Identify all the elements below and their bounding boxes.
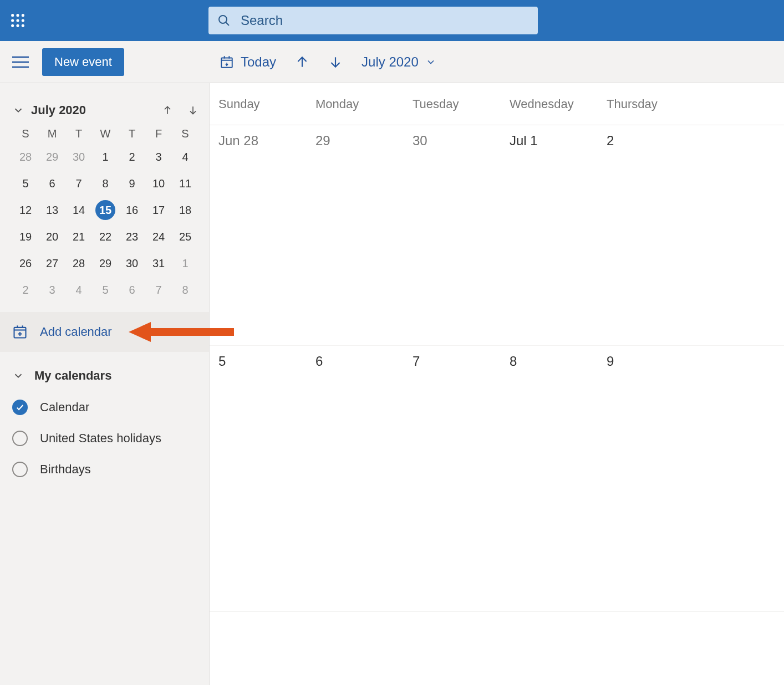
mini-day-cell[interactable]: 27 bbox=[39, 253, 65, 273]
mini-day-cell[interactable]: 23 bbox=[119, 227, 145, 247]
mini-day-cell[interactable]: 28 bbox=[12, 147, 39, 167]
calendar-list-label: Birthdays bbox=[40, 462, 91, 477]
day-header-cell: Tuesday bbox=[404, 97, 501, 111]
svg-point-9 bbox=[219, 16, 227, 23]
svg-marker-29 bbox=[129, 322, 151, 342]
date-cell[interactable]: 7 bbox=[404, 346, 501, 611]
svg-point-4 bbox=[16, 19, 19, 22]
mini-day-of-week: S bbox=[12, 127, 39, 140]
prev-period-button[interactable] bbox=[295, 55, 309, 69]
mini-day-cell[interactable]: 12 bbox=[12, 200, 39, 220]
mini-day-cell[interactable]: 4 bbox=[65, 280, 92, 300]
mini-day-cell[interactable]: 24 bbox=[145, 227, 172, 247]
mini-day-cell[interactable]: 5 bbox=[12, 173, 39, 193]
mini-day-cell[interactable]: 14 bbox=[65, 200, 92, 220]
arrow-down-icon bbox=[328, 55, 343, 69]
calendar-add-icon bbox=[12, 324, 28, 340]
mini-day-cell[interactable]: 29 bbox=[92, 253, 119, 273]
day-header-cell: Sunday bbox=[210, 97, 307, 111]
waffle-icon bbox=[10, 13, 26, 28]
search-box[interactable] bbox=[208, 7, 538, 34]
new-event-button[interactable]: New event bbox=[42, 48, 124, 76]
calendar-toggle[interactable] bbox=[12, 462, 28, 477]
svg-point-3 bbox=[11, 19, 14, 22]
date-cell[interactable]: 5 bbox=[210, 346, 307, 611]
date-cell[interactable]: 6 bbox=[307, 346, 404, 611]
mini-day-cell[interactable]: 18 bbox=[172, 200, 198, 220]
mini-day-cell[interactable]: 6 bbox=[39, 173, 65, 193]
date-cell[interactable]: 2 bbox=[598, 125, 784, 345]
date-cell[interactable]: 8 bbox=[501, 346, 598, 611]
mini-day-cell[interactable]: 7 bbox=[65, 173, 92, 193]
mini-next-month-button[interactable] bbox=[184, 101, 202, 120]
mini-day-cell[interactable]: 16 bbox=[119, 200, 145, 220]
calendar-list-item[interactable]: Calendar bbox=[0, 392, 209, 423]
month-picker-button[interactable]: July 2020 bbox=[362, 54, 436, 70]
mini-day-cell[interactable]: 1 bbox=[172, 253, 198, 273]
day-header-cell: Thursday bbox=[598, 97, 784, 111]
mini-day-cell[interactable]: 7 bbox=[145, 280, 172, 300]
today-button[interactable]: Today bbox=[220, 54, 276, 70]
mini-day-cell[interactable]: 4 bbox=[172, 147, 198, 167]
mini-day-cell[interactable]: 30 bbox=[65, 147, 92, 167]
svg-point-8 bbox=[22, 24, 24, 27]
arrow-down-icon bbox=[187, 105, 198, 116]
date-cell[interactable]: 9 bbox=[598, 346, 784, 611]
date-cell[interactable]: Jun 28 bbox=[210, 125, 307, 345]
chevron-down-icon bbox=[425, 57, 436, 68]
mini-day-of-week: M bbox=[39, 127, 65, 140]
mini-day-cell[interactable]: 15 bbox=[92, 200, 119, 220]
month-picker-label: July 2020 bbox=[362, 54, 419, 70]
week-row: Jun 282930Jul 12 bbox=[210, 125, 784, 346]
mini-day-cell[interactable]: 1 bbox=[92, 147, 119, 167]
mini-day-cell[interactable]: 25 bbox=[172, 227, 198, 247]
add-calendar-label: Add calendar bbox=[40, 325, 112, 339]
app-launcher-button[interactable] bbox=[0, 3, 35, 38]
mini-day-cell[interactable]: 5 bbox=[92, 280, 119, 300]
mini-day-of-week: W bbox=[92, 127, 119, 140]
search-icon bbox=[217, 14, 231, 27]
mini-day-cell[interactable]: 11 bbox=[172, 173, 198, 193]
date-cell[interactable]: 29 bbox=[307, 125, 404, 345]
add-calendar-button[interactable]: Add calendar bbox=[0, 312, 209, 352]
mini-day-cell[interactable]: 13 bbox=[39, 200, 65, 220]
calendar-today-icon bbox=[220, 55, 234, 69]
calendar-toggle[interactable] bbox=[12, 431, 28, 446]
mini-day-cell[interactable]: 20 bbox=[39, 227, 65, 247]
mini-day-cell[interactable]: 22 bbox=[92, 227, 119, 247]
mini-day-cell[interactable]: 3 bbox=[39, 280, 65, 300]
chevron-down-icon[interactable] bbox=[12, 104, 24, 116]
svg-line-10 bbox=[226, 22, 229, 25]
mini-prev-month-button[interactable] bbox=[158, 101, 177, 120]
mini-day-cell[interactable]: 9 bbox=[119, 173, 145, 193]
calendar-list-item[interactable]: Birthdays bbox=[0, 454, 209, 485]
calendar-toggle[interactable] bbox=[12, 400, 28, 415]
mini-day-cell[interactable]: 17 bbox=[145, 200, 172, 220]
sidebar: July 2020 SMTWTFS28293012345678910111213… bbox=[0, 83, 210, 685]
mini-day-cell[interactable]: 19 bbox=[12, 227, 39, 247]
mini-day-cell[interactable]: 29 bbox=[39, 147, 65, 167]
mini-day-cell[interactable]: 2 bbox=[12, 280, 39, 300]
mini-day-cell[interactable]: 26 bbox=[12, 253, 39, 273]
mini-day-of-week: S bbox=[172, 127, 198, 140]
mini-day-cell[interactable]: 8 bbox=[92, 173, 119, 193]
mini-day-cell[interactable]: 28 bbox=[65, 253, 92, 273]
mini-day-cell[interactable]: 2 bbox=[119, 147, 145, 167]
mini-day-cell[interactable]: 31 bbox=[145, 253, 172, 273]
my-calendars-toggle[interactable]: My calendars bbox=[0, 352, 209, 392]
mini-day-of-week: T bbox=[119, 127, 145, 140]
hamburger-button[interactable] bbox=[10, 52, 31, 73]
mini-day-cell[interactable]: 8 bbox=[172, 280, 198, 300]
arrow-up-icon bbox=[295, 55, 309, 69]
svg-point-2 bbox=[22, 14, 24, 17]
mini-day-cell[interactable]: 10 bbox=[145, 173, 172, 193]
date-cell[interactable]: Jul 1 bbox=[501, 125, 598, 345]
search-input[interactable] bbox=[241, 13, 529, 28]
calendar-list-item[interactable]: United States holidays bbox=[0, 423, 209, 454]
mini-day-cell[interactable]: 6 bbox=[119, 280, 145, 300]
mini-day-cell[interactable]: 3 bbox=[145, 147, 172, 167]
next-period-button[interactable] bbox=[328, 55, 343, 69]
date-cell[interactable]: 30 bbox=[404, 125, 501, 345]
mini-day-cell[interactable]: 30 bbox=[119, 253, 145, 273]
mini-day-cell[interactable]: 21 bbox=[65, 227, 92, 247]
